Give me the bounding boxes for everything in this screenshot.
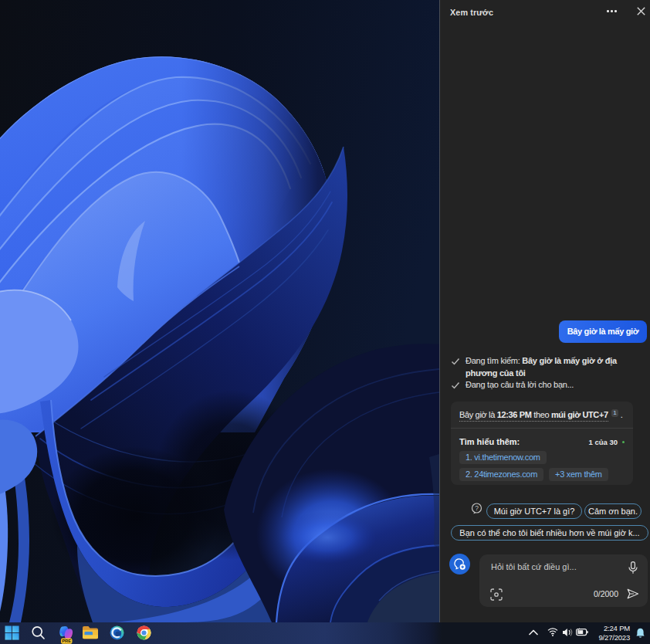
svg-text:PRE: PRE (62, 639, 71, 643)
svg-text:?: ? (475, 504, 479, 512)
